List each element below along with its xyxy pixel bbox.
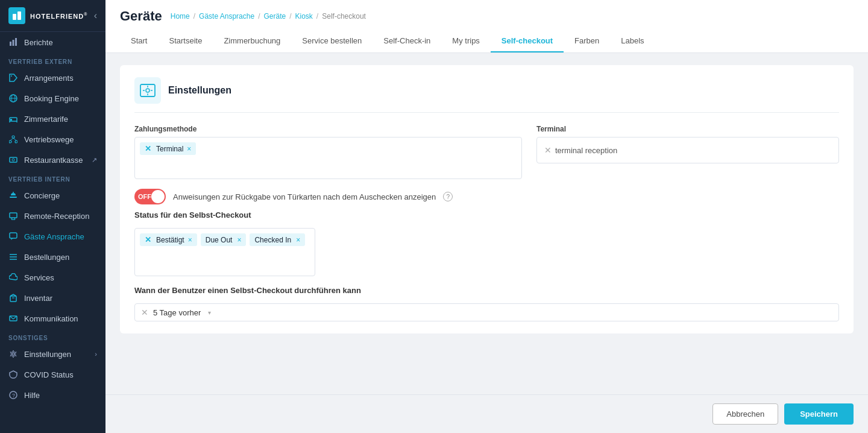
when-select[interactable]: ✕ 5 Tage vorher ▾ bbox=[134, 303, 839, 321]
tab-farben[interactable]: Farben bbox=[564, 30, 610, 52]
chevron-right-icon: › bbox=[95, 350, 97, 358]
sidebar-item-gaeste-ansprache[interactable]: Gäste Ansprache bbox=[0, 226, 105, 247]
settings-icon bbox=[134, 77, 161, 104]
sidebar-item-kommunikation[interactable]: Kommunikation bbox=[0, 308, 105, 329]
sidebar-item-label: Bestellungen bbox=[24, 253, 69, 262]
terminal-group: Terminal ✕ terminal reception bbox=[536, 125, 839, 179]
svg-rect-3 bbox=[13, 40, 14, 46]
tag-icon bbox=[8, 73, 18, 83]
sidebar-item-bestellungen[interactable]: Bestellungen bbox=[0, 247, 105, 267]
svg-point-22 bbox=[13, 192, 14, 193]
tag-remove-terminal[interactable]: ✕ bbox=[145, 144, 151, 153]
help-tooltip-icon[interactable]: ? bbox=[443, 192, 453, 201]
network-icon bbox=[8, 134, 18, 144]
sidebar-item-hilfe[interactable]: ? Hilfe bbox=[0, 385, 105, 405]
when-group: Wann der Benutzer einen Selbst-Checkout … bbox=[134, 286, 839, 321]
status-tag-bestaetigt: ✕ Bestätigt × bbox=[140, 233, 197, 246]
card-header: Einstellungen bbox=[134, 77, 839, 113]
envelope-icon bbox=[8, 314, 18, 323]
sidebar-item-booking-engine[interactable]: Booking Engine bbox=[0, 88, 105, 109]
sidebar-item-remote-reception[interactable]: Remote-Reception bbox=[0, 206, 105, 226]
breadcrumb-geraete[interactable]: Geräte bbox=[263, 12, 286, 21]
tag-remove-checked-in[interactable]: × bbox=[296, 236, 300, 244]
payment-terminal-row: Zahlungsmethode ✕ Terminal × Terminal ✕ … bbox=[134, 125, 839, 179]
terminal-input[interactable]: ✕ terminal reception bbox=[536, 137, 839, 163]
breadcrumb-kiosk[interactable]: Kiosk bbox=[295, 12, 313, 21]
tab-start[interactable]: Start bbox=[120, 30, 158, 52]
tab-self-check-in[interactable]: Self-Check-in bbox=[373, 30, 441, 52]
sidebar-item-label: Remote-Reception bbox=[24, 212, 89, 221]
sidebar-item-einstellungen[interactable]: Einstellungen › bbox=[0, 344, 105, 364]
tag-x-right[interactable]: × bbox=[187, 145, 191, 153]
svg-point-34 bbox=[12, 353, 14, 355]
terminal-tag: ✕ Terminal × bbox=[140, 142, 196, 155]
when-select-clear[interactable]: ✕ bbox=[141, 308, 148, 317]
status-tag-checked-in: Checked In × bbox=[250, 233, 305, 246]
tag-remove-due-out[interactable]: × bbox=[237, 236, 241, 244]
help-icon: ? bbox=[8, 390, 18, 400]
svg-rect-1 bbox=[17, 11, 21, 20]
zahlungsmethode-input[interactable]: ✕ Terminal × bbox=[134, 137, 522, 179]
tab-my-trips[interactable]: My trips bbox=[441, 30, 491, 52]
sidebar-item-concierge[interactable]: Concierge bbox=[0, 185, 105, 206]
bed-icon bbox=[8, 114, 18, 124]
sidebar-item-label: Kommunikation bbox=[24, 314, 78, 323]
sidebar-item-inventar[interactable]: Inventar bbox=[0, 288, 105, 308]
tab-service-bestellen[interactable]: Service bestellen bbox=[291, 30, 373, 52]
svg-rect-27 bbox=[10, 233, 17, 238]
box-icon bbox=[8, 293, 18, 303]
save-button[interactable]: Speichern bbox=[784, 403, 854, 425]
status-tag-due-out: Due Out × bbox=[201, 233, 247, 246]
tab-self-checkout[interactable]: Self-checkout bbox=[491, 30, 564, 52]
sidebar-item-zimmertarife[interactable]: Zimmertarife bbox=[0, 109, 105, 129]
toggle-text: Anweisungen zur Rückgabe von Türkarten n… bbox=[173, 192, 436, 201]
toggle-label: OFF bbox=[138, 193, 151, 200]
breadcrumb-gaeste[interactable]: Gäste Ansprache bbox=[199, 12, 254, 21]
tab-zimmerbuchung[interactable]: Zimmerbuchung bbox=[213, 30, 291, 52]
breadcrumb-home[interactable]: Home bbox=[171, 12, 190, 21]
card-title: Einstellungen bbox=[168, 85, 231, 96]
page-title: Geräte bbox=[120, 8, 162, 24]
sidebar-item-arrangements[interactable]: Arrangements bbox=[0, 68, 105, 88]
terminal-remove-icon[interactable]: ✕ bbox=[544, 145, 552, 155]
sidebar-collapse-button[interactable]: ‹ bbox=[94, 10, 97, 21]
svg-text:?: ? bbox=[12, 393, 15, 399]
cancel-button[interactable]: Abbrechen bbox=[712, 403, 778, 425]
bar-chart-icon bbox=[8, 37, 18, 47]
sidebar-item-berichte[interactable]: Berichte bbox=[0, 32, 105, 52]
sidebar-item-restaurantkasse[interactable]: Restaurantkasse ↗ bbox=[0, 150, 105, 170]
cash-icon bbox=[8, 155, 18, 165]
list-icon bbox=[8, 252, 18, 262]
settings-card: Einstellungen Zahlungsmethode ✕ Terminal… bbox=[120, 65, 854, 333]
sidebar-section-extern: VERTRIEB EXTERN bbox=[0, 52, 105, 68]
tab-labels[interactable]: Labels bbox=[610, 30, 655, 52]
status-label: Status für den Selbst-Checkout bbox=[134, 210, 839, 220]
tab-startseite[interactable]: Startseite bbox=[158, 30, 213, 52]
external-link-icon: ↗ bbox=[92, 156, 97, 164]
sidebar-item-services[interactable]: Services bbox=[0, 267, 105, 288]
svg-point-20 bbox=[12, 159, 14, 161]
sidebar-item-label: Inventar bbox=[24, 294, 52, 303]
sidebar-section-intern: VERTRIEB INTERN bbox=[0, 170, 105, 185]
status-input[interactable]: ✕ Bestätigt × Due Out × Checked In × bbox=[134, 228, 315, 276]
sidebar-item-covid-status[interactable]: COVID Status bbox=[0, 364, 105, 385]
sidebar-item-label: Zimmertarife bbox=[24, 115, 68, 124]
shield-icon bbox=[8, 370, 18, 379]
terminal-value: terminal reception bbox=[555, 146, 617, 155]
svg-rect-21 bbox=[10, 197, 17, 198]
sidebar-item-label: Gäste Ansprache bbox=[24, 232, 84, 241]
svg-point-16 bbox=[15, 141, 17, 143]
svg-rect-23 bbox=[10, 213, 17, 218]
sidebar-item-vertriebswege[interactable]: Vertriebswege bbox=[0, 129, 105, 150]
toggle-switch[interactable]: OFF bbox=[134, 189, 166, 204]
page-header: Geräte Home / Gäste Ansprache / Geräte /… bbox=[105, 0, 868, 53]
sidebar-item-label: Berichte bbox=[24, 38, 53, 47]
sidebar-item-label: COVID Status bbox=[24, 370, 74, 379]
sidebar-item-label: Vertriebswege bbox=[24, 135, 74, 144]
sidebar-item-label: Arrangements bbox=[24, 74, 74, 83]
breadcrumb: Geräte Home / Gäste Ansprache / Geräte /… bbox=[120, 8, 854, 24]
logo-icon bbox=[8, 7, 25, 24]
sidebar-item-label: Booking Engine bbox=[24, 94, 79, 103]
tag-remove-bestaetigt[interactable]: ✕ bbox=[145, 235, 151, 244]
svg-point-15 bbox=[9, 141, 11, 143]
